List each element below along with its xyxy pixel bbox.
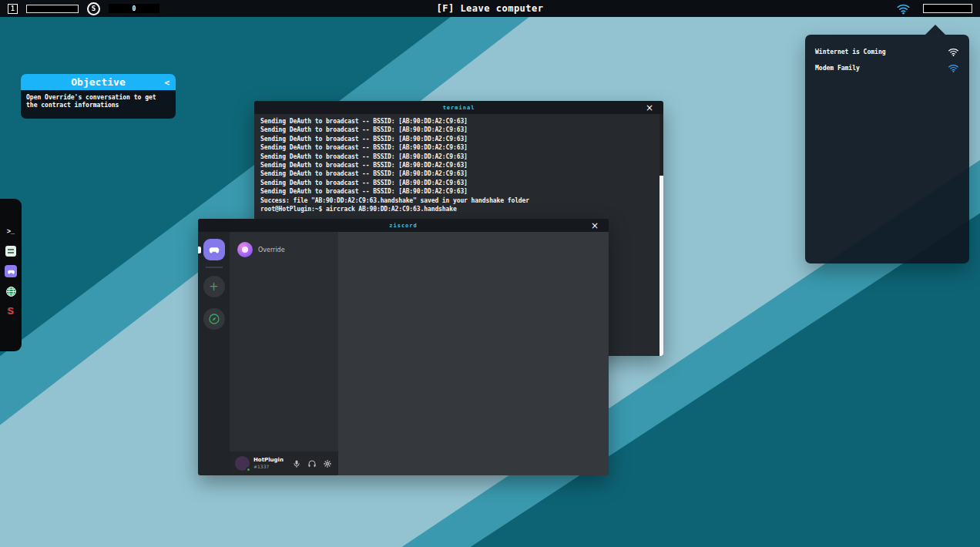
terminal-scrollbar[interactable] [659, 114, 663, 356]
terminal-close-button[interactable]: × [646, 103, 653, 112]
dock-browser-button[interactable] [5, 285, 18, 297]
dock-ziscord-button[interactable] [5, 265, 18, 277]
wifi-signal-icon [948, 46, 959, 58]
wifi-panel-notch [925, 25, 945, 35]
dock-terminal-button[interactable]: >_ [5, 225, 18, 237]
wifi-network-name: Winternet is Coming [815, 49, 886, 55]
wifi-signal-icon-connected [948, 62, 959, 74]
user-avatar [235, 456, 250, 471]
dm-item-override[interactable]: Override [233, 239, 334, 260]
terminal-line: Sending DeAuth to broadcast -- BSSID: [A… [260, 169, 657, 178]
notes-icon [5, 246, 16, 257]
dock: >_ S [0, 199, 22, 351]
terminal-title: terminal [443, 105, 475, 111]
game-logo-icon: S [87, 2, 100, 15]
ziscord-main-area [338, 232, 609, 475]
add-server-button[interactable]: + [203, 276, 225, 297]
dm-name: Override [258, 247, 285, 253]
leave-computer-hint: [F] Leave computer [436, 3, 543, 14]
wifi-network-row[interactable]: Modem Family [805, 60, 969, 76]
username: HotPlugin [253, 458, 284, 463]
objective-header: Objective < [21, 74, 176, 90]
terminal-line: root@HotPlugin:~$ aircrack AB:90:DD:A2:C… [260, 205, 657, 213]
ziscord-server-rail: + [198, 232, 230, 475]
globe-icon [5, 286, 17, 297]
dm-avatar [237, 242, 253, 257]
wifi-network-row[interactable]: Winternet is Coming [805, 44, 969, 60]
terminal-line: Sending DeAuth to broadcast -- BSSID: [A… [260, 161, 657, 169]
user-meta: HotPlugin #1337 [253, 458, 284, 469]
server-selected-indicator [198, 247, 201, 253]
ziscord-icon [5, 265, 17, 277]
terminal-line: Sending DeAuth to broadcast -- BSSID: [A… [260, 153, 657, 161]
terminal-line: Sending DeAuth to broadcast -- BSSID: [A… [260, 117, 657, 126]
compass-icon [208, 313, 220, 325]
ziscord-body: + Override HotPlugin #1337 [198, 232, 609, 475]
terminal-line: Sending DeAuth to broadcast -- BSSID: [A… [260, 179, 657, 187]
ziscord-dm-list: Override HotPlugin #1337 [230, 232, 338, 475]
rail-divider [206, 267, 223, 268]
slot-badge: 1 [8, 4, 18, 14]
plus-icon: + [209, 281, 219, 293]
objective-text: Open Override's conversation to get the … [21, 90, 176, 119]
headphones-icon[interactable] [306, 458, 317, 469]
terminal-line: Sending DeAuth to broadcast -- BSSID: [A… [260, 126, 657, 134]
terminal-titlebar[interactable]: terminal × [254, 101, 663, 114]
wifi-icon[interactable] [896, 2, 911, 16]
ziscord-window: ziscord × + Override [198, 219, 609, 475]
terminal-line: Sending DeAuth to broadcast -- BSSID: [A… [260, 187, 657, 196]
objective-title: Objective [71, 76, 125, 88]
online-status-dot [246, 467, 251, 472]
topbar: 1 S 0 [F] Leave computer [0, 0, 980, 17]
terminal-line: Success: file "AB:90:DD:A2:C9:63.handsha… [260, 196, 657, 205]
settings-gear-icon[interactable] [321, 458, 333, 469]
terminal-line: Sending DeAuth to broadcast -- BSSID: [A… [260, 135, 657, 143]
terminal-scrollbar-thumb[interactable] [659, 176, 663, 356]
topbar-right-group [896, 2, 972, 16]
wifi-network-name: Modem Family [815, 65, 860, 72]
explore-button[interactable] [203, 308, 225, 330]
mic-icon[interactable] [290, 458, 302, 469]
wifi-panel: Winternet is Coming Modem Family [805, 35, 969, 263]
logo-glyph: S [92, 5, 96, 12]
red-logo-icon: S [8, 306, 14, 317]
user-tag: #1337 [253, 465, 284, 469]
topbar-left-group: 1 S 0 [8, 2, 159, 15]
ziscord-home-button[interactable] [203, 239, 225, 260]
ziscord-titlebar[interactable]: ziscord × [198, 219, 609, 232]
dock-notes-button[interactable] [5, 245, 18, 257]
user-bar: HotPlugin #1337 [230, 451, 338, 475]
status-box [923, 4, 972, 13]
ziscord-close-button[interactable]: × [591, 221, 599, 230]
meter-bar [26, 5, 79, 13]
counter-box: 0 [109, 4, 159, 13]
objective-panel: Objective < Open Override's conversation… [21, 74, 176, 119]
terminal-line: Sending DeAuth to broadcast -- BSSID: [A… [260, 143, 657, 152]
ziscord-logo-icon [208, 243, 220, 256]
terminal-icon: >_ [7, 227, 15, 235]
ziscord-title: ziscord [389, 223, 418, 229]
objective-collapse-button[interactable]: < [164, 77, 169, 87]
dock-redapp-button[interactable]: S [5, 305, 18, 317]
